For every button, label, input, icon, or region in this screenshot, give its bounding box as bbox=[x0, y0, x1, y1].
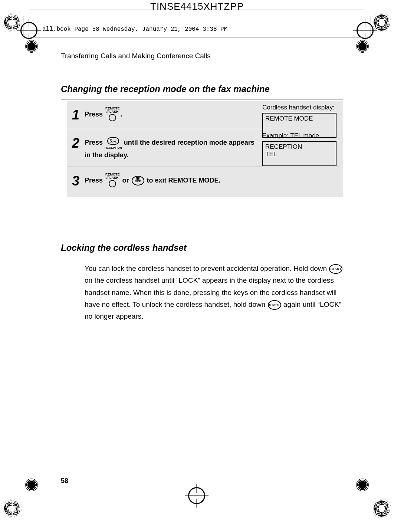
text-fragment: Press bbox=[85, 139, 105, 146]
keypad-5-key-icon: 5JKL RECEPTION bbox=[105, 136, 122, 150]
page-number: 58 bbox=[61, 477, 68, 529]
body-paragraph: You can lock the cordless handset to pre… bbox=[85, 263, 344, 322]
text-fragment: to exit REMOTE MODE. bbox=[147, 177, 221, 184]
remote-flash-key-icon: REMOTE /FLASH bbox=[105, 107, 120, 121]
text-fragment: Press bbox=[85, 177, 105, 184]
step-number: 2 bbox=[72, 137, 85, 150]
step-text: Press REMOTE /FLASH or ☎ OFF to exit REM… bbox=[85, 174, 339, 188]
registration-mark-icon bbox=[3, 499, 22, 518]
book-metadata: all.book Page 58 Wednesday, January 21, … bbox=[42, 26, 227, 33]
key-superscript: JKL bbox=[112, 140, 117, 143]
document-code: TINSE4415XHTZPP bbox=[0, 0, 394, 12]
step-row: 2 Press 5JKL RECEPTION until the desired… bbox=[67, 129, 343, 167]
section-heading: Locking the cordless handset bbox=[61, 243, 187, 253]
display-line: RECEPTION bbox=[265, 143, 302, 150]
display-line: TEL bbox=[265, 151, 277, 158]
key-label-mid: /FLASH bbox=[106, 176, 119, 180]
step-aside: Example: TEL mode RECEPTION TEL bbox=[262, 132, 336, 166]
lcd-display: RECEPTION TEL bbox=[262, 141, 336, 166]
text-fragment: . bbox=[121, 111, 122, 118]
registration-mark-icon bbox=[372, 499, 391, 518]
key-label: OFF bbox=[132, 180, 144, 183]
step-number: 3 bbox=[72, 174, 85, 188]
start-key-icon: START bbox=[268, 300, 281, 310]
text-fragment: Press bbox=[85, 111, 105, 118]
section-heading: Changing the reception mode on the fax m… bbox=[61, 84, 270, 94]
aside-label: Cordless handset display: bbox=[262, 104, 336, 111]
text-fragment: You can lock the cordless handset to pre… bbox=[85, 265, 329, 272]
horizontal-rule bbox=[61, 99, 343, 99]
aside-label: Example: TEL mode bbox=[262, 132, 336, 139]
off-key-icon: ☎ OFF bbox=[132, 176, 144, 185]
running-header: Transferring Calls and Making Conference… bbox=[61, 52, 211, 60]
remote-flash-key-icon: REMOTE /FLASH bbox=[105, 173, 120, 187]
step-number: 1 bbox=[72, 108, 85, 122]
key-label-mid: /FLASH bbox=[106, 110, 119, 114]
steps-panel: 1 Press REMOTE /FLASH . Cordless handset… bbox=[67, 101, 343, 197]
step-row: 3 Press REMOTE /FLASH or ☎ OFF to exit R… bbox=[67, 167, 343, 197]
step-row: 1 Press REMOTE /FLASH . Cordless handset… bbox=[67, 101, 343, 129]
text-fragment: or bbox=[122, 177, 131, 184]
start-key-icon: START bbox=[329, 264, 342, 274]
key-sublabel: RECEPTION bbox=[105, 146, 122, 150]
